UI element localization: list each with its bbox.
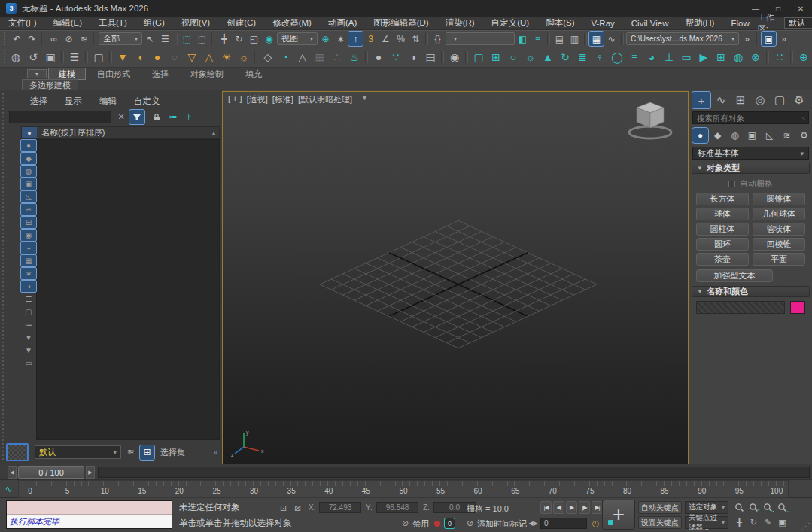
curve-editor-icon[interactable]: ∿ <box>604 32 619 46</box>
set-key-button[interactable]: + <box>602 500 635 530</box>
use-pivot-point-center-icon[interactable]: ⊕ <box>318 32 333 46</box>
notes-icon[interactable]: ≣ <box>574 49 591 65</box>
previous-frame-slider-button[interactable]: ◀ <box>8 466 17 479</box>
snaps-toggle-icon[interactable]: 3 <box>363 32 378 46</box>
list-view-icon[interactable]: ☰ <box>21 293 36 305</box>
camera-tool-icon[interactable]: ▢ <box>470 49 487 65</box>
select-children-icon[interactable]: ≔ <box>166 110 181 124</box>
selection-lock-toggle-icon[interactable]: ⊠ <box>291 502 304 514</box>
sort-by-layer-icon[interactable]: ≋ <box>123 445 138 460</box>
menu-item[interactable]: 视图(V) <box>173 17 218 29</box>
menu-item[interactable]: 渲染(R) <box>437 17 483 29</box>
select-and-scale-icon[interactable]: ◱ <box>247 32 261 46</box>
display-xrefs-icon[interactable]: ◉ <box>21 230 36 241</box>
project-folder-dropdown[interactable]: C:\Users\yst…ds Max 2026 <box>626 32 739 45</box>
viewcube[interactable] <box>623 98 677 144</box>
zero-badge[interactable]: 0 <box>444 518 455 529</box>
select-object-icon[interactable]: ↖ <box>143 32 157 46</box>
menu-item[interactable]: 修改器(M) <box>264 17 320 29</box>
menu-item[interactable]: 组(G) <box>135 17 173 29</box>
footer-overflow-icon[interactable]: » <box>213 448 217 457</box>
viewport-pov-label[interactable]: [透视] <box>247 94 268 105</box>
pan-2d-icon[interactable]: ✎ ✎ <box>762 515 774 529</box>
display-helpers-icon[interactable]: ◺ <box>21 191 36 202</box>
time-slider-handle[interactable]: 0 / 100 <box>18 466 84 479</box>
add-time-tag-label[interactable]: 添加时间标记 <box>477 518 527 530</box>
create-tab-icon[interactable]: + <box>692 92 710 108</box>
menu-item[interactable]: Flow <box>722 17 757 29</box>
spot-light-icon[interactable]: ▽ <box>184 49 200 65</box>
zoom-icon[interactable] <box>733 500 746 514</box>
bind-to-space-warp-icon[interactable]: ≋ <box>77 32 91 46</box>
new-folder-icon[interactable]: ▭ <box>21 357 36 369</box>
explorer-menu-item[interactable]: 编辑 <box>99 96 117 107</box>
menu-item[interactable]: 工具(T) <box>90 17 135 29</box>
name-column-header[interactable]: ● 名称(按升序排序) ▴ <box>21 126 220 139</box>
zoom-all-icon[interactable]: ⁺ ⁺ <box>747 500 760 514</box>
autogrid-checkbox[interactable] <box>728 181 735 187</box>
vertex-color-icon[interactable]: ∵ <box>388 49 404 65</box>
mask-tool-icon[interactable]: ◕ <box>643 49 660 65</box>
time-tag-icon[interactable]: ⊘ <box>464 517 476 529</box>
teapot-tool-icon[interactable]: ◍ <box>730 49 747 65</box>
rectangular-selection-region-icon[interactable]: ⬚ <box>180 32 194 46</box>
macro-recorder-line[interactable] <box>7 501 172 515</box>
object-name-field[interactable] <box>696 301 785 314</box>
window-crossing-icon[interactable]: ⬚ <box>195 32 209 46</box>
viewport-filter-icon[interactable]: ▼ <box>361 94 368 105</box>
explorer-menu-item[interactable]: 选择 <box>30 96 47 107</box>
time-slider-track[interactable] <box>98 467 810 478</box>
polygon-modeling-tab[interactable]: 多边形建模 <box>23 80 78 90</box>
percent-snap-toggle-icon[interactable]: % <box>394 32 408 46</box>
toggle-scene-explorer-icon[interactable]: ▤ <box>552 32 567 46</box>
object-color-swatch[interactable] <box>790 301 805 314</box>
toolbar-grip[interactable] <box>2 50 5 65</box>
display-hidden-icon[interactable]: ∗ <box>21 268 36 279</box>
scatter-object-icon[interactable]: ▦ <box>312 49 328 65</box>
named-selection-sets-dropdown[interactable] <box>446 32 515 45</box>
resize-grip[interactable]: ⋰ <box>801 521 810 532</box>
menu-item[interactable]: Civil View <box>623 17 677 29</box>
knot-tool-icon[interactable]: ⊛ <box>747 49 764 65</box>
redo-icon[interactable]: ↷ <box>25 32 39 46</box>
rendered-frame-window-icon[interactable]: ▣ <box>42 49 59 65</box>
menu-item[interactable]: V-Ray <box>582 17 622 29</box>
fire-effect-icon[interactable]: ♨ <box>346 49 363 65</box>
pair-dots-icon[interactable]: ∷ <box>771 49 788 65</box>
foliage-icon[interactable]: ▲ <box>540 49 556 65</box>
object-type-button[interactable]: 管状体 <box>753 223 805 236</box>
active-selection-tool-button[interactable]: ↑ <box>348 32 363 46</box>
hierarchy-view-icon[interactable]: ⊦ <box>182 110 197 124</box>
select-and-move-icon[interactable]: ╋ <box>217 32 231 46</box>
display-frozen-icon[interactable]: ▦ <box>21 255 36 266</box>
mini-curve-editor-icon[interactable]: ∿ <box>2 482 16 496</box>
set-key-mode-button[interactable]: 设置关键点 <box>638 516 682 529</box>
geometry-cube-icon[interactable]: ◇ <box>260 49 276 65</box>
ribbon-tab[interactable]: 选择 <box>142 68 178 79</box>
hierarchy-tab-icon[interactable]: ⊞ <box>731 92 750 108</box>
orbit-icon[interactable]: ↻ ↻ <box>747 515 760 529</box>
daylight-icon[interactable]: ☼ <box>522 49 539 65</box>
sphere-light-icon[interactable]: ● <box>149 49 166 65</box>
panel-tool-icon[interactable]: ▭ <box>678 49 695 65</box>
lock-icon[interactable] <box>149 110 164 124</box>
menu-item[interactable]: 动画(A) <box>320 17 365 29</box>
display-shapes-icon[interactable]: ◆ <box>21 153 36 164</box>
mirror-icon[interactable]: ◧ <box>515 32 530 46</box>
menu-item[interactable]: 自定义(U) <box>483 17 537 29</box>
object-type-button[interactable]: 长方体 <box>696 193 749 205</box>
display-geometry-icon[interactable]: ● <box>21 140 36 151</box>
object-type-button[interactable]: 几何球体 <box>753 208 805 220</box>
render-iterative-icon[interactable]: ↺ <box>25 49 41 65</box>
menu-item[interactable]: 脚本(S) <box>537 17 582 29</box>
select-and-manipulate-icon[interactable]: ∗ <box>333 32 348 46</box>
object-type-rollout[interactable]: ▼ 对象类型 <box>692 163 810 174</box>
object-type-button[interactable]: 圆环 <box>696 238 749 251</box>
select-and-link-icon[interactable]: ∞ <box>47 32 61 46</box>
explorer-menu-item[interactable]: 自定义 <box>134 96 160 107</box>
display-materials-icon[interactable]: ◑ <box>21 281 36 292</box>
ribbon-tab[interactable]: 填充 <box>236 68 272 79</box>
angle-snap-toggle-icon[interactable]: ∠ <box>379 32 393 46</box>
go-to-end-button[interactable]: ▶| <box>592 501 603 514</box>
menu-item[interactable]: 帮助(H) <box>677 17 722 29</box>
